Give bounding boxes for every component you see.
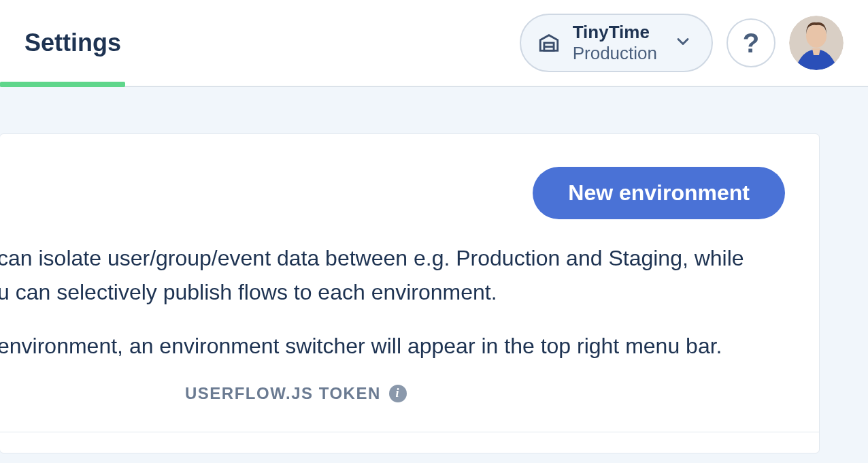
description-text-3: environment, an environment switcher wil… [0, 330, 759, 364]
user-avatar[interactable] [789, 16, 844, 70]
environments-description: can isolate user/group/event data betwee… [0, 242, 759, 364]
warehouse-icon [537, 31, 561, 54]
active-tab-indicator [0, 82, 125, 87]
avatar-image [789, 16, 844, 70]
help-button[interactable]: ? [727, 18, 775, 67]
token-header-label: USERFLOW.JS TOKEN [185, 384, 381, 403]
description-text-2: u can selectively publish flows to each … [0, 280, 497, 304]
info-icon[interactable]: i [389, 385, 407, 402]
description-text-1: can isolate user/group/event data betwee… [0, 246, 744, 270]
topbar-right: TinyTime Production ? [520, 14, 844, 72]
svg-point-4 [806, 25, 827, 48]
top-bar: Settings TinyTime Production ? [0, 0, 868, 87]
environment-name: TinyTime [573, 22, 657, 43]
environment-stage: Production [573, 43, 657, 64]
question-icon: ? [743, 28, 759, 59]
chevron-down-icon [673, 32, 692, 54]
token-column-header: USERFLOW.JS TOKEN i [185, 384, 785, 403]
table-divider [0, 432, 819, 432]
page-body: New environment can isolate user/group/e… [0, 87, 868, 463]
page-title: Settings [24, 29, 121, 57]
environment-label: TinyTime Production [573, 22, 657, 64]
environment-switcher[interactable]: TinyTime Production [520, 14, 713, 72]
new-environment-button[interactable]: New environment [533, 167, 785, 219]
environments-card: New environment can isolate user/group/e… [0, 133, 820, 453]
